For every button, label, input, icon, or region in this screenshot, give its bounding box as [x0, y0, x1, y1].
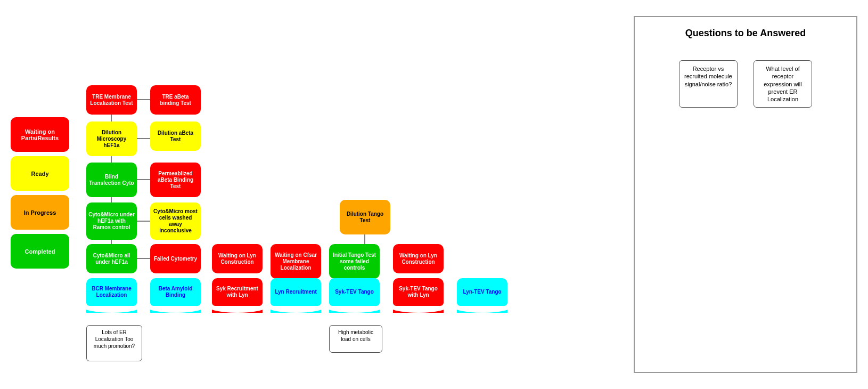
questions-title: Questions to be Answered	[635, 17, 856, 44]
questions-area: Receptor vs recruited molecule signal/no…	[635, 44, 856, 124]
exp-syk-tev-tango[interactable]: Syk-TEV Tango	[329, 278, 380, 313]
legend-in-progress: In Progress	[11, 195, 69, 230]
question-1[interactable]: Receptor vs recruited molecule signal/no…	[679, 60, 738, 108]
exp-beta-amyloid[interactable]: Beta Amyloid Binding	[150, 278, 201, 313]
exp-syk-tev-tango-lyn[interactable]: Syk-TEV Tango with Lyn	[393, 278, 444, 313]
left-panel: Waiting on Parts/Results Ready In Progre…	[0, 0, 634, 389]
exp-failed-cytometry[interactable]: Failed Cytometry	[150, 244, 201, 273]
question-2[interactable]: What level of receptor expression will p…	[754, 60, 812, 108]
exp-cyto-micro-inconclusive[interactable]: Cyto&Micro most cells washed away inconc…	[150, 202, 201, 240]
exp-blind-transfection[interactable]: Blind Transfection Cyto	[86, 163, 137, 197]
exp-tre-abeta[interactable]: TRE aBeta binding Test	[150, 85, 201, 115]
exp-cyto-micro-hef1a[interactable]: Cyto&Micro under hEF1a with Ramos contro…	[86, 202, 137, 240]
note-metabolic: High metabolic load on cells	[329, 325, 382, 353]
exp-tre-membrane[interactable]: TRE Membrane Localization Test	[86, 85, 137, 115]
legend: Waiting on Parts/Results Ready In Progre…	[11, 117, 69, 269]
exp-lyn-recruitment[interactable]: Lyn Recruitment	[271, 278, 321, 313]
note-er-localization: Lots of ER Localization Too much promoti…	[86, 325, 142, 361]
exp-waiting-lyn1[interactable]: Waiting on Lyn Construction	[212, 244, 263, 273]
legend-ready: Ready	[11, 156, 69, 191]
exp-cyto-micro-all[interactable]: Cyto&Micro all under hEF1a	[86, 244, 137, 273]
exp-waiting-cfsar[interactable]: Waiting on Cfsar Membrane Localization	[271, 244, 321, 279]
exp-syk-recruitment[interactable]: Syk Recruitment with Lyn	[212, 278, 263, 313]
exp-dilution-tango[interactable]: Dilution Tango Test	[340, 200, 390, 234]
exp-permeablized-abeta[interactable]: Permeablized aBeta Binding Test	[150, 163, 201, 197]
right-panel: Questions to be Answered Receptor vs rec…	[634, 16, 857, 373]
exp-dilution-micro[interactable]: Dilution Microscopy hEF1a	[86, 121, 137, 156]
exp-lyn-tev-tango[interactable]: Lyn-TEV Tango	[457, 278, 507, 313]
exp-waiting-lyn2[interactable]: Waiting on Lyn Construction	[393, 244, 444, 273]
main-container: Waiting on Parts/Results Ready In Progre…	[0, 0, 868, 389]
exp-initial-tango[interactable]: Initial Tango Test some failed controls	[329, 244, 380, 279]
legend-completed: Completed	[11, 234, 69, 269]
exp-dilution-abeta[interactable]: Dilution aBeta Test	[150, 121, 201, 151]
exp-bcr-membrane[interactable]: BCR Membrane Localization	[86, 278, 137, 313]
legend-waiting: Waiting on Parts/Results	[11, 117, 69, 152]
